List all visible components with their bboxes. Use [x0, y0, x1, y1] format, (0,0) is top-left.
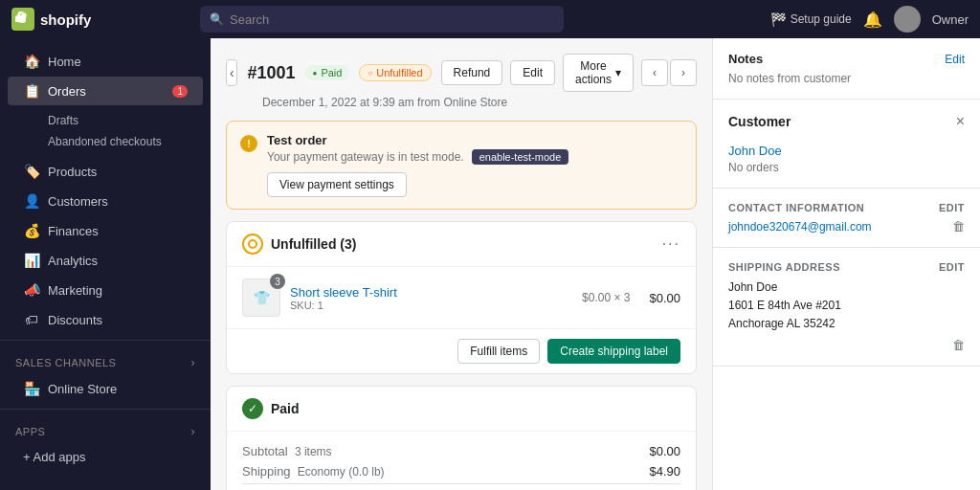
sidebar-item-customers[interactable]: 👤 Customers: [8, 187, 203, 215]
sidebar-item-label: Home: [48, 55, 81, 69]
sidebar-item-discounts[interactable]: 🏷 Discounts: [8, 305, 203, 334]
shipping-label: SHIPPING ADDRESS Edit: [728, 261, 965, 273]
sidebar-item-label: Finances: [48, 224, 99, 238]
shipping-name: John Doe: [728, 280, 777, 294]
sidebar-item-marketing[interactable]: 📣 Marketing: [8, 276, 203, 304]
item-total: $0.00: [649, 291, 680, 305]
notes-header: Notes Edit: [728, 52, 965, 66]
test-banner-desc-text: Your payment gateway is in test mode.: [267, 150, 464, 164]
chevron-right-icon-2[interactable]: ›: [191, 425, 196, 438]
customers-icon: 👤: [23, 193, 40, 209]
sidebar-item-drafts[interactable]: Drafts: [40, 110, 211, 131]
subtotal-sub: 3 items: [295, 445, 332, 458]
more-dots-button[interactable]: ···: [662, 235, 680, 253]
analytics-icon: 📊: [23, 253, 40, 268]
order-header: ‹ #1001 Paid Unfulfilled Refund Edit Mor…: [226, 54, 697, 92]
prev-order-button[interactable]: ‹: [641, 59, 668, 86]
flag-icon: 🏁: [770, 11, 787, 27]
top-right-actions: 🏁 Setup guide 🔔 Owner: [770, 6, 969, 33]
sidebar-item-home[interactable]: 🏠 Home: [8, 47, 203, 76]
refund-button[interactable]: Refund: [441, 60, 503, 85]
create-shipping-label-button[interactable]: Create shipping label: [547, 339, 680, 364]
subtotal-row: Subtotal 3 items $0.00: [242, 441, 680, 461]
shipping-address: John Doe 1601 E 84th Ave #201 Anchorage …: [728, 278, 965, 334]
back-button[interactable]: ‹: [226, 59, 237, 86]
chevron-right-icon[interactable]: ›: [191, 356, 196, 369]
sidebar-item-finances[interactable]: 💰 Finances: [8, 216, 203, 245]
sidebar: 🏠 Home 📋 Orders 1 Drafts Abandoned check…: [0, 38, 211, 490]
products-icon: 🏷️: [23, 164, 40, 179]
order-item: 3 👕 Short sleeve T-shirt SKU: 1 $0.00 × …: [227, 267, 696, 328]
add-apps-label: + Add apps: [23, 450, 85, 464]
customer-close-button[interactable]: ×: [956, 113, 965, 130]
customer-info: John Doe No orders: [713, 130, 980, 189]
setup-guide-button[interactable]: 🏁 Setup guide: [770, 11, 852, 27]
notes-edit-link[interactable]: Edit: [945, 53, 965, 66]
sidebar-item-add-apps[interactable]: + Add apps: [8, 443, 203, 471]
setup-guide-label: Setup guide: [791, 12, 852, 26]
svg-point-0: [249, 240, 256, 248]
sidebar-item-products[interactable]: 🏷️ Products: [8, 157, 203, 186]
shipping-city: Anchorage AL 35242: [728, 317, 835, 330]
view-payment-settings-button[interactable]: View payment settings: [267, 172, 407, 197]
customer-name-link[interactable]: John Doe: [728, 144, 965, 158]
avatar: [894, 6, 921, 33]
orders-submenu: Drafts Abandoned checkouts: [0, 106, 211, 156]
subtotal-value: $0.00: [649, 444, 680, 458]
fulfillment-title: Unfulfilled (3): [271, 236, 356, 252]
sidebar-item-label: Discounts: [48, 313, 102, 327]
contact-label: CONTACT INFORMATION Edit: [728, 202, 965, 213]
shipping-row: Shipping Economy (0.0 lb) $4.90: [242, 461, 680, 481]
logo-icon: [11, 8, 34, 31]
warning-icon: !: [240, 135, 257, 152]
chevron-down-icon: ▾: [615, 66, 621, 79]
sidebar-item-label: Customers: [48, 194, 108, 209]
sidebar-item-label: Products: [48, 165, 97, 179]
payment-card: ✓ Paid Subtotal 3 items $0.00 Shipping: [226, 386, 697, 490]
item-sku: SKU: 1: [290, 300, 572, 311]
sidebar-divider: [0, 340, 211, 341]
sidebar-item-label: Online Store: [48, 382, 117, 396]
sidebar-item-online-store[interactable]: 🏪 Online Store: [8, 374, 203, 403]
edit-button[interactable]: Edit: [510, 60, 555, 85]
search-input[interactable]: [230, 12, 554, 27]
contact-email-row: johndoe320674@gmail.com 🗑: [728, 219, 965, 234]
shipping-address-section: SHIPPING ADDRESS Edit John Doe 1601 E 84…: [713, 248, 980, 367]
notes-empty-text: No notes from customer: [728, 72, 965, 85]
sidebar-item-label: Analytics: [48, 254, 98, 268]
delete-email-icon[interactable]: 🗑: [952, 219, 965, 234]
notes-title: Notes: [728, 52, 763, 66]
contact-edit-link[interactable]: Edit: [939, 202, 965, 213]
sidebar-item-orders[interactable]: 📋 Orders 1: [8, 77, 203, 105]
sidebar-item-abandoned[interactable]: Abandoned checkouts: [40, 131, 211, 152]
item-name-link[interactable]: Short sleeve T-shirt: [290, 285, 572, 300]
next-order-button[interactable]: ›: [670, 59, 697, 86]
shipping-sub: Economy (0.0 lb): [298, 465, 385, 479]
sidebar-item-analytics[interactable]: 📊 Analytics: [8, 246, 203, 275]
notes-section: Notes Edit No notes from customer: [713, 38, 980, 100]
delete-address-icon[interactable]: 🗑: [952, 338, 965, 352]
fulfillment-actions: Fulfill items Create shipping label: [227, 328, 696, 373]
nav-arrows: ‹ ›: [641, 59, 697, 86]
unfulfilled-status-icon: [242, 234, 263, 255]
item-image: 3 👕: [242, 278, 280, 317]
search-bar[interactable]: 🔍: [200, 6, 564, 33]
customer-header: Customer ×: [713, 100, 980, 130]
store-icon: 🏪: [23, 381, 40, 396]
order-meta: December 1, 2022 at 9:39 am from Online …: [262, 96, 697, 109]
test-banner-content: Test order Your payment gateway is in te…: [267, 133, 568, 197]
fulfill-items-button[interactable]: Fulfill items: [457, 339, 540, 364]
sidebar-divider-2: [0, 409, 211, 410]
shipping-label: Shipping Economy (0.0 lb): [242, 464, 385, 479]
contact-label-text: CONTACT INFORMATION: [728, 202, 864, 213]
fulfillment-card: Unfulfilled (3) ··· 3 👕 Short sleeve T-s…: [226, 221, 697, 374]
orders-icon: 📋: [23, 83, 40, 99]
right-panel: Notes Edit No notes from customer Custom…: [712, 38, 980, 490]
shipping-street: 1601 E 84th Ave #201: [728, 299, 841, 312]
shipping-edit-link[interactable]: Edit: [939, 261, 965, 273]
notifications-bell-icon[interactable]: 🔔: [863, 11, 882, 29]
discounts-icon: 🏷: [23, 312, 40, 327]
payment-summary: Subtotal 3 items $0.00 Shipping Economy …: [227, 432, 696, 490]
home-icon: 🏠: [23, 54, 40, 69]
more-actions-button[interactable]: More actions ▾: [563, 54, 634, 92]
